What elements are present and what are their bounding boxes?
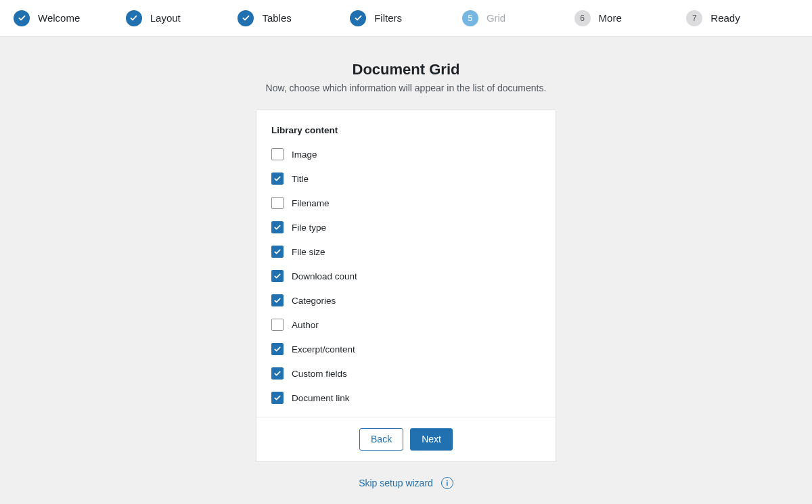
wizard-stepper: WelcomeLayoutTablesFilters5Grid6More7Rea… [0, 0, 812, 37]
wizard-step-tables[interactable]: Tables [238, 10, 350, 26]
option-row[interactable]: File type [271, 215, 541, 239]
checkbox-file-size[interactable] [271, 246, 284, 258]
skip-setup-link[interactable]: Skip setup wizard [359, 478, 433, 488]
checkbox-categories[interactable] [271, 294, 284, 306]
step-label: More [599, 12, 622, 24]
checkbox-image[interactable] [271, 148, 284, 160]
option-label: Excerpt/content [292, 344, 355, 354]
page-title: Document Grid [353, 61, 460, 78]
checkbox-excerpt-content[interactable] [271, 343, 284, 355]
check-icon [238, 10, 254, 26]
option-label: Custom fields [292, 369, 347, 379]
checkbox-filename[interactable] [271, 197, 284, 209]
checkbox-author[interactable] [271, 319, 284, 331]
skip-row: Skip setup wizard i [359, 477, 453, 489]
step-number-badge: 5 [462, 10, 478, 26]
options-card: Library content ImageTitleFilenameFile t… [256, 110, 556, 462]
back-button[interactable]: Back [359, 428, 403, 451]
check-icon [126, 10, 142, 26]
step-label: Welcome [38, 12, 80, 24]
step-label: Ready [710, 12, 740, 24]
wizard-step-filters[interactable]: Filters [350, 10, 462, 26]
main-content: Document Grid Now, choose which informat… [0, 37, 812, 489]
step-label: Tables [262, 12, 291, 24]
option-row[interactable]: Author [271, 313, 541, 337]
step-number-badge: 7 [686, 10, 702, 26]
next-button[interactable]: Next [410, 428, 453, 451]
option-row[interactable]: Custom fields [271, 361, 541, 386]
card-body: Library content ImageTitleFilenameFile t… [256, 110, 556, 417]
option-label: File type [292, 223, 326, 233]
wizard-step-grid[interactable]: 5Grid [462, 10, 574, 26]
checkbox-document-link[interactable] [271, 392, 284, 404]
card-footer: Back Next [256, 417, 556, 461]
step-label: Layout [150, 12, 181, 24]
option-row[interactable]: Image [271, 142, 541, 166]
options-list: ImageTitleFilenameFile typeFile sizeDown… [271, 142, 541, 410]
option-label: Download count [292, 271, 357, 281]
option-label: File size [292, 247, 325, 257]
step-label: Grid [487, 12, 505, 24]
wizard-step-welcome[interactable]: Welcome [14, 10, 126, 26]
check-icon [350, 10, 366, 26]
option-label: Filename [292, 198, 330, 208]
step-label: Filters [374, 12, 402, 24]
option-label: Author [292, 320, 319, 330]
info-icon[interactable]: i [441, 477, 453, 489]
option-row[interactable]: File size [271, 239, 541, 264]
option-row[interactable]: Document link [271, 386, 541, 410]
option-label: Title [292, 174, 309, 184]
checkbox-download-count[interactable] [271, 270, 284, 282]
checkbox-title[interactable] [271, 173, 284, 185]
wizard-step-more[interactable]: 6More [574, 10, 687, 26]
option-label: Document link [292, 393, 350, 403]
wizard-step-ready[interactable]: 7Ready [686, 10, 798, 26]
option-row[interactable]: Excerpt/content [271, 337, 541, 361]
option-row[interactable]: Download count [271, 264, 541, 288]
option-label: Image [292, 150, 317, 160]
checkbox-file-type[interactable] [271, 221, 284, 233]
check-icon [14, 10, 30, 26]
option-row[interactable]: Filename [271, 191, 541, 215]
section-label: Library content [271, 125, 541, 135]
option-row[interactable]: Categories [271, 288, 541, 313]
checkbox-custom-fields[interactable] [271, 367, 284, 380]
page-subtitle: Now, choose which information will appea… [266, 83, 547, 93]
option-row[interactable]: Title [271, 166, 541, 191]
option-label: Categories [292, 296, 336, 306]
wizard-step-layout[interactable]: Layout [126, 10, 238, 26]
step-number-badge: 6 [574, 10, 591, 26]
